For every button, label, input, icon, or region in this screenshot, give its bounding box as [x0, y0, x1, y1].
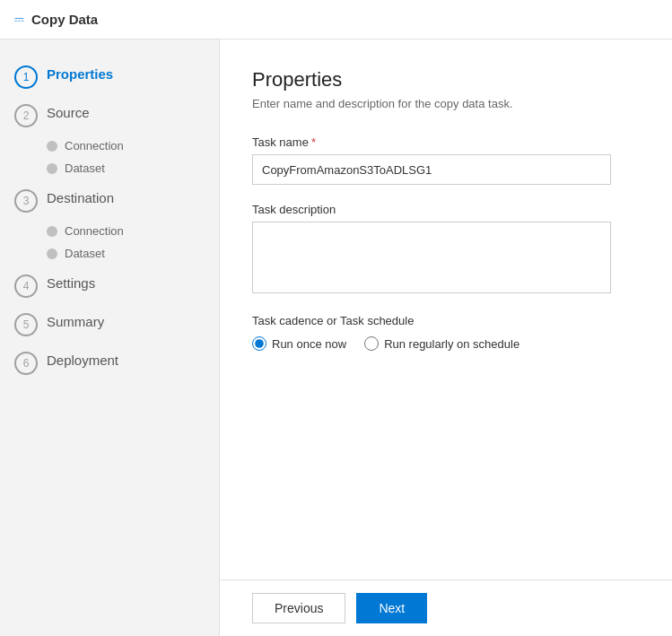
step-circle-1: 1	[14, 65, 38, 89]
sidebar-item-properties[interactable]: 1 Properties	[0, 57, 219, 96]
sidebar-item-destination[interactable]: 3 Destination	[0, 181, 219, 220]
content-inner: Properties Enter name and description fo…	[220, 39, 672, 579]
step-circle-2: 2	[14, 104, 38, 127]
task-desc-label: Task description	[252, 203, 640, 216]
sidebar-label-settings: Settings	[47, 274, 95, 292]
destination-dataset-label: Dataset	[65, 247, 105, 260]
run-schedule-radio[interactable]	[364, 336, 379, 351]
footer: Previous Next	[220, 579, 672, 636]
sidebar-label-properties: Properties	[47, 65, 113, 83]
copy-data-icon: ⎓	[14, 10, 24, 29]
source-connection-item[interactable]: Connection	[47, 136, 219, 155]
sidebar-label-deployment: Deployment	[47, 351, 118, 370]
destination-connection-item[interactable]: Connection	[47, 222, 219, 240]
run-once-option[interactable]: Run once now	[252, 336, 346, 351]
destination-connection-label: Connection	[65, 224, 124, 238]
sidebar-label-destination: Destination	[47, 188, 114, 207]
content-area: Properties Enter name and description fo…	[220, 39, 672, 636]
cadence-label: Task cadence or Task schedule	[252, 314, 640, 327]
run-once-radio[interactable]	[252, 336, 266, 351]
sidebar-label-summary: Summary	[47, 312, 104, 331]
destination-subitems: Connection Dataset	[0, 222, 219, 263]
sidebar-item-settings[interactable]: 4 Settings	[0, 266, 219, 305]
previous-button[interactable]: Previous	[252, 593, 345, 623]
destination-dataset-dot	[47, 248, 57, 259]
destination-connection-dot	[47, 226, 57, 237]
sidebar-item-source[interactable]: 2 Source	[0, 96, 219, 135]
sidebar-label-source: Source	[47, 103, 90, 122]
sidebar: 1 Properties 2 Source Connection Dataset…	[0, 39, 220, 636]
top-bar: ⎓ Copy Data	[0, 0, 672, 39]
required-star: *	[311, 135, 316, 149]
source-connection-dot	[47, 141, 57, 152]
step-circle-5: 5	[14, 313, 38, 336]
source-dataset-label: Dataset	[65, 161, 105, 175]
source-dataset-dot	[47, 163, 57, 174]
main-layout: 1 Properties 2 Source Connection Dataset…	[0, 39, 672, 636]
step-circle-6: 6	[14, 352, 38, 375]
radio-group: Run once now Run regularly on schedule	[252, 336, 640, 351]
run-once-label: Run once now	[272, 337, 346, 351]
run-schedule-option[interactable]: Run regularly on schedule	[364, 336, 519, 351]
source-connection-label: Connection	[65, 139, 124, 152]
task-name-input[interactable]	[252, 154, 611, 185]
app-title: Copy Data	[31, 12, 98, 27]
page-title: Properties	[252, 68, 640, 91]
destination-dataset-item[interactable]: Dataset	[47, 244, 219, 263]
task-name-label: Task name *	[252, 135, 640, 149]
source-dataset-item[interactable]: Dataset	[47, 159, 219, 178]
step-circle-3: 3	[14, 189, 38, 213]
sidebar-item-summary[interactable]: 5 Summary	[0, 305, 219, 344]
sidebar-item-deployment[interactable]: 6 Deployment	[0, 344, 219, 382]
task-desc-input[interactable]	[252, 222, 611, 293]
run-schedule-label: Run regularly on schedule	[384, 337, 519, 351]
next-button[interactable]: Next	[356, 593, 427, 623]
source-subitems: Connection Dataset	[0, 136, 219, 178]
page-subtitle: Enter name and description for the copy …	[252, 97, 640, 110]
step-circle-4: 4	[14, 274, 38, 298]
